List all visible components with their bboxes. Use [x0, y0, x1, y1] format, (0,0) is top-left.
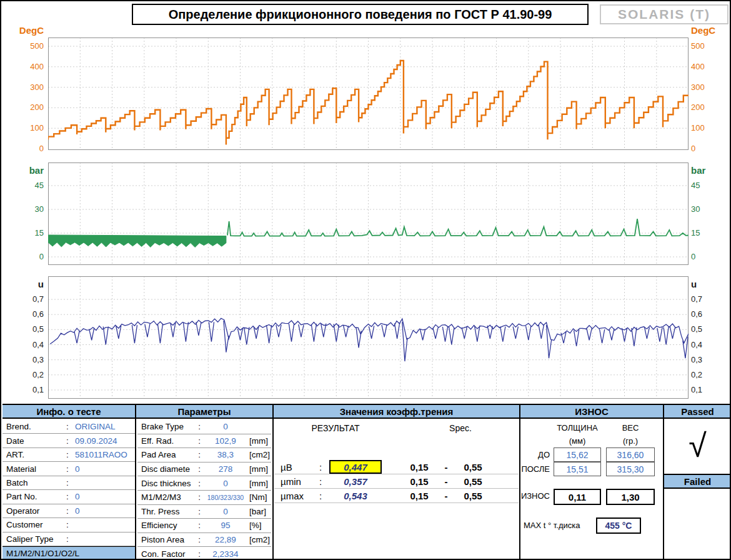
spec-min: 0,15	[400, 491, 438, 501]
parameter-row: Disc thicknes:0[mm]	[137, 476, 271, 491]
wear-weight-header: ВЕС	[612, 423, 649, 432]
wear-row-label: ДО	[511, 450, 550, 459]
colon: :	[198, 535, 206, 544]
test-info-footer: M1/M2/N1/O1/O2/L	[2, 546, 135, 560]
colon: :	[198, 507, 206, 516]
parameter-value: 0	[206, 507, 246, 516]
temperature-ytick-left: 500	[10, 41, 44, 52]
parameter-row: Thr. Press:0[bar]	[137, 505, 271, 519]
test-info-row: Operator:0	[2, 504, 135, 518]
friction-ytick-left: 0,2	[10, 369, 44, 381]
friction-row: µmin:0,3570,15-0,55	[274, 474, 519, 489]
friction-ytick-right: 0,1	[691, 384, 729, 396]
table-divider	[519, 404, 520, 560]
friction-ytick-right: 0,2	[691, 369, 729, 381]
page-title-text: Определение фрикциононного поведения по …	[169, 8, 552, 22]
temperature-ytick-right: 400	[691, 61, 729, 72]
parameter-value: 22,89	[206, 535, 246, 544]
wear-thickness-header: ТОЛЩИНА	[546, 423, 609, 432]
section-header-friction: Значения коэфф.трения	[274, 404, 519, 419]
table-divider	[272, 404, 274, 560]
friction-ytick-left: 0,1	[10, 384, 44, 396]
parameter-unit: [mm]	[246, 436, 271, 446]
spec-max: 0,55	[454, 491, 492, 501]
colon: :	[66, 422, 75, 431]
parameter-label: Disc thicknes	[141, 479, 198, 488]
wear-weight-header-text: ВЕС	[622, 423, 639, 432]
friction-row: µB:0,4470,15-0,55	[274, 460, 519, 474]
max-disc-temp-label-text: MAX t ° т.диска	[524, 521, 580, 530]
friction-ytick-right: 0,6	[691, 309, 729, 320]
table-divider	[135, 404, 136, 560]
mu-value-highlighted: 0,447	[329, 460, 382, 474]
mu-label: µmin	[274, 476, 319, 487]
temperature-ytick-left: 200	[10, 102, 44, 113]
pressure-chart	[48, 162, 689, 265]
friction-ytick-right: 0,4	[691, 339, 729, 351]
temperature-ytick-left: 400	[10, 61, 44, 72]
colon: :	[198, 492, 206, 502]
wear-weight-unit: (гр.)	[612, 436, 649, 446]
test-info-row: Brend.:ORIGINAL	[2, 420, 135, 434]
colon: :	[66, 534, 75, 544]
colon: :	[66, 436, 75, 446]
colon: :	[319, 491, 329, 501]
spec-separator: -	[438, 462, 454, 472]
temperature-ytick-right: 300	[691, 82, 729, 93]
info-label: Batch	[6, 478, 66, 488]
wear-thickness-unit-text: (мм)	[569, 436, 586, 446]
parameter-label: Con. Factor	[141, 549, 198, 559]
test-info-row: ART.:581011RAOO	[2, 448, 135, 462]
test-info-row: Customer:	[2, 518, 135, 532]
pressure-ytick-right: 30	[691, 204, 729, 215]
temperature-ytick-left: 0	[10, 143, 44, 154]
spec-separator: -	[438, 491, 454, 501]
section-header-test-info: Инфо. о тесте	[2, 404, 135, 419]
test-info-row: Batch:	[2, 476, 135, 490]
mu-label: µB	[274, 462, 319, 472]
friction-ytick-right: 0,7	[691, 294, 729, 305]
result-column-header-text: РЕЗУЛЬТАТ	[312, 423, 360, 433]
info-label: Brend.	[6, 422, 66, 431]
wear-thickness-value: 0,11	[554, 489, 601, 505]
max-disc-temp-value-text: 455 °C	[605, 521, 632, 531]
parameter-value: 0	[206, 479, 246, 488]
brand-text: SOLARIS (T)	[618, 7, 710, 22]
parameter-row: Brake Type:0	[137, 420, 271, 434]
colon: :	[66, 506, 75, 516]
temperature-ytick-right: 0	[691, 143, 729, 154]
temperature-ytick-right: 500	[691, 41, 729, 52]
pressure-unit-label-right: bar	[691, 165, 729, 176]
temperature-plot	[48, 38, 689, 150]
parameter-row: Efficiency:95[%]	[137, 519, 271, 533]
colon: :	[66, 478, 75, 488]
mu-value: 0,543	[329, 489, 382, 502]
info-label: Part No.	[6, 492, 66, 501]
temperature-ytick-left: 100	[10, 122, 44, 134]
info-label: ART.	[6, 450, 66, 459]
result-column-header: РЕЗУЛЬТАТ	[295, 423, 376, 433]
passed-header: Passed	[664, 404, 731, 419]
friction-ytick-right: 0,3	[691, 354, 729, 366]
parameter-row: Con. Factor:2,2334	[137, 547, 271, 560]
spec-column-header: Spec.	[432, 423, 489, 433]
colon: :	[198, 549, 206, 559]
test-info-row: Material:0	[2, 462, 135, 476]
parameter-unit: [mm]	[246, 464, 271, 474]
parameter-unit: [Nm]	[246, 492, 271, 502]
parameter-label: Brake Type	[141, 422, 198, 431]
parameter-value: 180/323/330	[206, 494, 246, 501]
friction-row: µmax:0,5430,15-0,55	[274, 489, 519, 503]
friction-unit-label-left: u	[10, 279, 44, 290]
pressure-ytick-left: 0	[10, 251, 44, 262]
wear-weight-unit-text: (гр.)	[623, 436, 638, 446]
temperature-unit-label-right: DegC	[691, 25, 729, 36]
pressure-ytick-right: 45	[691, 180, 729, 191]
mu-value: 0,357	[329, 474, 382, 488]
colon: :	[198, 450, 206, 459]
wear-thickness-value: 15,51	[554, 462, 601, 476]
parameter-value: 0	[206, 422, 246, 431]
colon: :	[66, 520, 75, 529]
mu-label: µmax	[274, 491, 319, 501]
page-title: Определение фрикциононного поведения по …	[132, 4, 589, 25]
